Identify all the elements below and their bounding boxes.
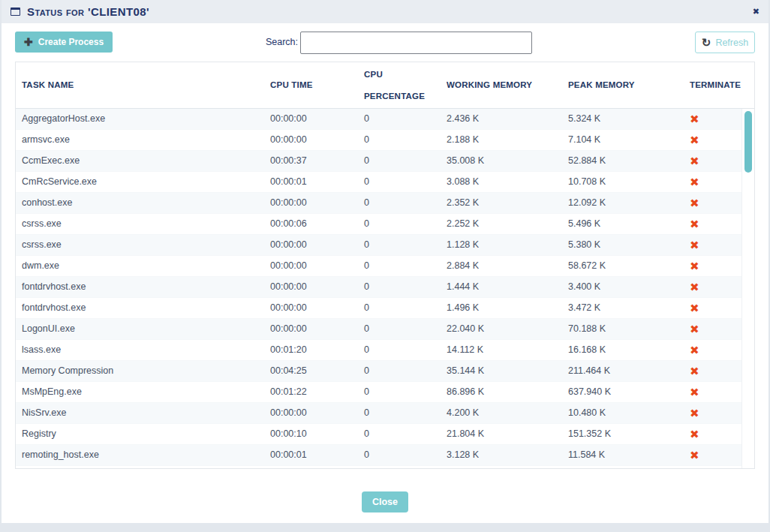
- terminate-icon[interactable]: ✖: [690, 134, 699, 146]
- table-header-row: Task Name CPU Time CPU Percentage Workin…: [16, 62, 754, 109]
- dialog-footer: Close: [2, 469, 768, 512]
- working-memory-cell: 1.444 K: [441, 277, 562, 297]
- peak-memory-cell: 3.472 K: [562, 298, 684, 318]
- search-input[interactable]: [300, 32, 532, 54]
- cpu-percentage-cell: 0: [358, 382, 441, 402]
- window-icon: [11, 8, 20, 16]
- cpu-percentage-cell: 0: [358, 172, 441, 192]
- status-dialog: Status for 'CLIENT08' ✖ ✚ Create Process…: [2, 0, 768, 523]
- working-memory-cell: 86.896 K: [441, 382, 562, 402]
- vertical-scrollbar[interactable]: [741, 109, 754, 468]
- terminate-icon[interactable]: ✖: [690, 218, 699, 230]
- peak-memory-cell: [562, 466, 684, 468]
- cpu-time-cell: 00:00:00: [264, 277, 358, 297]
- task-name-cell: fontdrvhost.exe: [16, 298, 264, 318]
- task-name-cell: csrss.exe: [16, 235, 264, 255]
- task-name-cell: armsvc.exe: [16, 130, 264, 150]
- scrollbar-thumb[interactable]: [744, 111, 752, 173]
- terminate-icon[interactable]: ✖: [690, 344, 699, 356]
- cpu-percentage-cell: 0: [358, 298, 441, 318]
- terminate-icon[interactable]: ✖: [690, 281, 699, 293]
- working-memory-cell: 2.252 K: [441, 214, 562, 234]
- table-row: dwm.exe00:00:0002.884 K58.672 K✖: [16, 256, 741, 277]
- close-button[interactable]: Close: [362, 491, 408, 512]
- cpu-time-cell: 00:00:00: [264, 319, 358, 339]
- working-memory-cell: 1.496 K: [441, 298, 562, 318]
- table-row: ✖: [16, 466, 741, 468]
- terminate-cell: ✖: [684, 214, 741, 234]
- cpu-percentage-cell: [358, 466, 441, 468]
- table-row: conhost.exe00:00:0002.352 K12.092 K✖: [16, 193, 741, 214]
- cpu-time-cell: 00:00:00: [264, 403, 358, 423]
- dialog-titlebar: Status for 'CLIENT08' ✖: [2, 0, 768, 23]
- working-memory-cell: 14.112 K: [441, 340, 562, 360]
- dialog-title: Status for 'CLIENT08': [27, 5, 149, 18]
- cpu-percentage-cell: 0: [358, 445, 441, 465]
- terminate-icon[interactable]: ✖: [690, 386, 699, 398]
- peak-memory-cell: 5.324 K: [562, 109, 684, 129]
- search-label: Search:: [266, 37, 298, 47]
- table-row: Registry00:00:10021.804 K151.352 K✖: [16, 424, 741, 445]
- toolbar: ✚ Create Process Search: ↻ Refresh: [2, 23, 768, 62]
- task-name-cell: Memory Compression: [16, 361, 264, 381]
- task-name-cell: AggregatorHost.exe: [16, 109, 264, 129]
- process-table: Task Name CPU Time CPU Percentage Workin…: [15, 62, 755, 469]
- working-memory-cell: [441, 466, 562, 468]
- peak-memory-cell: 5.496 K: [562, 214, 684, 234]
- cpu-time-cell: 00:01:20: [264, 340, 358, 360]
- terminate-cell: ✖: [684, 256, 741, 276]
- terminate-icon[interactable]: ✖: [690, 407, 699, 419]
- terminate-icon[interactable]: ✖: [690, 302, 699, 314]
- terminate-cell: ✖: [684, 172, 741, 192]
- working-memory-cell: 22.040 K: [441, 319, 562, 339]
- peak-memory-cell: 3.400 K: [562, 277, 684, 297]
- working-memory-cell: 2.352 K: [441, 193, 562, 213]
- peak-memory-cell: 637.940 K: [562, 382, 684, 402]
- task-name-cell: lsass.exe: [16, 340, 264, 360]
- terminate-icon[interactable]: ✖: [690, 428, 699, 440]
- cpu-percentage-cell: 0: [358, 109, 441, 129]
- terminate-cell: ✖: [684, 298, 741, 318]
- cpu-percentage-cell: 0: [358, 256, 441, 276]
- cpu-percentage-cell: 0: [358, 361, 441, 381]
- peak-memory-cell: 70.188 K: [562, 319, 684, 339]
- working-memory-cell: 2.884 K: [441, 256, 562, 276]
- table-body: AggregatorHost.exe00:00:0002.436 K5.324 …: [16, 109, 741, 468]
- terminate-icon[interactable]: ✖: [690, 449, 699, 461]
- close-icon[interactable]: ✖: [753, 8, 759, 16]
- peak-memory-cell: 52.884 K: [562, 151, 684, 171]
- terminate-icon[interactable]: ✖: [690, 239, 699, 251]
- terminate-icon[interactable]: ✖: [690, 176, 699, 188]
- working-memory-cell: 35.144 K: [441, 361, 562, 381]
- working-memory-cell: 4.200 K: [441, 403, 562, 423]
- peak-memory-cell: 16.168 K: [562, 340, 684, 360]
- column-header-cpu-percentage: CPU Percentage: [358, 62, 441, 108]
- terminate-cell: ✖: [684, 151, 741, 171]
- peak-memory-cell: 10.708 K: [562, 172, 684, 192]
- table-row: AggregatorHost.exe00:00:0002.436 K5.324 …: [16, 109, 741, 130]
- cpu-percentage-cell: 0: [358, 277, 441, 297]
- table-row: remoting_host.exe00:00:0103.128 K11.584 …: [16, 445, 741, 466]
- table-row: lsass.exe00:01:20014.112 K16.168 K✖: [16, 340, 741, 361]
- cpu-time-cell: [264, 466, 358, 468]
- working-memory-cell: 1.128 K: [441, 235, 562, 255]
- terminate-icon[interactable]: ✖: [690, 113, 699, 125]
- terminate-cell: ✖: [684, 109, 741, 129]
- cpu-time-cell: 00:01:22: [264, 382, 358, 402]
- column-header-peak-memory: Peak Memory: [562, 62, 684, 108]
- terminate-icon[interactable]: ✖: [690, 197, 699, 209]
- table-row: MsMpEng.exe00:01:22086.896 K637.940 K✖: [16, 382, 741, 403]
- refresh-button[interactable]: ↻ Refresh: [695, 32, 755, 53]
- working-memory-cell: 2.436 K: [441, 109, 562, 129]
- terminate-icon[interactable]: ✖: [690, 323, 699, 335]
- task-name-cell: fontdrvhost.exe: [16, 277, 264, 297]
- search-group: Search:: [2, 32, 532, 54]
- peak-memory-cell: 58.672 K: [562, 256, 684, 276]
- task-name-cell: remoting_host.exe: [16, 445, 264, 465]
- terminate-icon[interactable]: ✖: [690, 365, 699, 377]
- terminate-icon[interactable]: ✖: [690, 260, 699, 272]
- terminate-cell: ✖: [684, 277, 741, 297]
- table-row: csrss.exe00:00:0602.252 K5.496 K✖: [16, 214, 741, 235]
- terminate-icon[interactable]: ✖: [690, 155, 699, 167]
- column-header-cpu-time: CPU Time: [264, 62, 358, 108]
